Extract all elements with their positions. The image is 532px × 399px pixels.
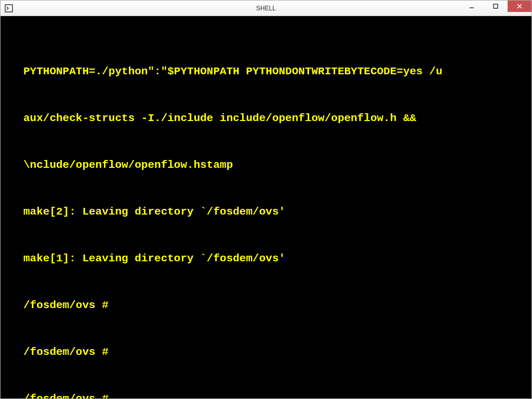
close-button[interactable] [508, 1, 531, 12]
terminal-line: \nclude/openflow/openflow.hstamp [23, 157, 531, 173]
app-icon [4, 3, 14, 14]
window-controls [460, 1, 531, 12]
terminal-output[interactable]: PYTHONPATH=./python":"$PYTHONPATH PYTHON… [1, 16, 531, 398]
minimize-button[interactable] [460, 1, 484, 12]
terminal-line: PYTHONPATH=./python":"$PYTHONPATH PYTHON… [23, 64, 531, 79]
terminal-line: make[1]: Leaving directory `/fosdem/ovs' [23, 251, 531, 267]
terminal-line: aux/check-structs -I./include include/op… [23, 111, 531, 126]
maximize-button[interactable] [484, 1, 508, 12]
titlebar[interactable]: SHELL [1, 1, 531, 16]
terminal-line: /fosdem/ovs # [23, 391, 531, 398]
window-title: SHELL [256, 5, 276, 12]
terminal-line: /fosdem/ovs # [23, 344, 531, 360]
svg-rect-2 [494, 4, 498, 8]
terminal-line: make[2]: Leaving directory `/fosdem/ovs' [23, 204, 531, 220]
shell-window: SHELL PYTHONPATH=./python":"$PYTHONPATH … [0, 0, 532, 399]
terminal-line: /fosdem/ovs # [23, 298, 531, 313]
